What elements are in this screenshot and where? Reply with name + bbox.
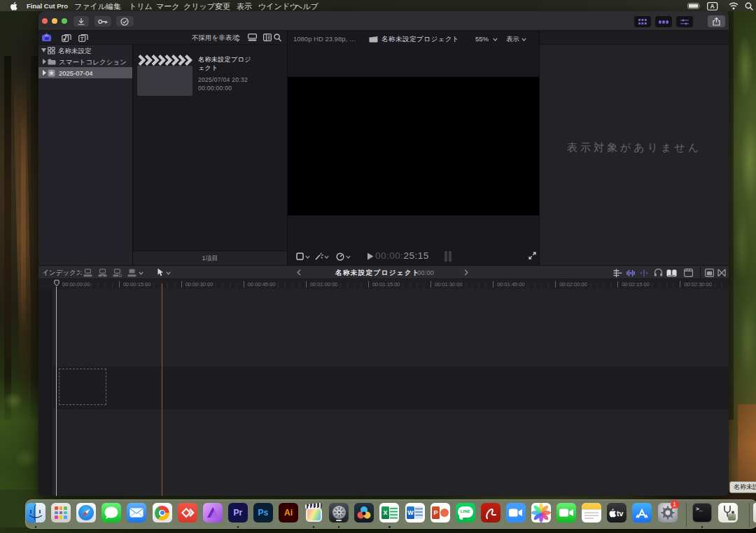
svg-text:A: A (710, 3, 715, 10)
svg-text:tv: tv (617, 509, 623, 518)
svg-text:T: T (80, 36, 84, 42)
